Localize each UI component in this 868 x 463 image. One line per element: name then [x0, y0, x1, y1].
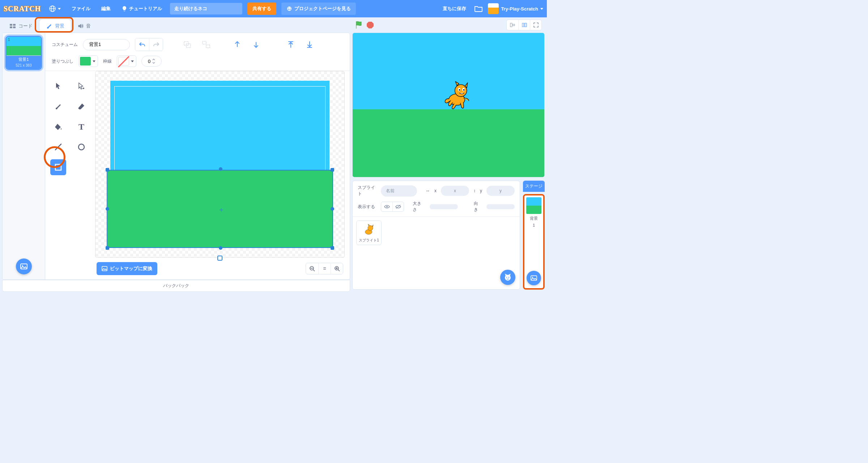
zoom-out-button[interactable] — [306, 263, 318, 274]
tab-code-label: コード — [18, 23, 33, 29]
eraser-tool[interactable] — [73, 98, 89, 114]
show-label: 表示する — [358, 204, 376, 210]
selection-handle-tc[interactable] — [219, 167, 222, 171]
selection-handle-bl[interactable] — [106, 246, 109, 250]
x-input[interactable]: x — [441, 186, 469, 196]
paint-editor-header: コスチューム — [45, 33, 350, 71]
eye-off-icon — [395, 204, 401, 209]
fullscreen-button[interactable] — [530, 20, 541, 30]
stage-header[interactable]: ステージ — [523, 181, 545, 192]
language-menu[interactable] — [46, 3, 64, 14]
undo-icon — [139, 42, 145, 47]
stop-button[interactable] — [367, 22, 374, 29]
hide-button[interactable] — [392, 202, 404, 211]
rotation-handle[interactable] — [217, 256, 222, 261]
avatar — [488, 3, 499, 14]
svg-rect-5 — [10, 26, 12, 28]
y-input[interactable]: y — [486, 186, 515, 196]
text-tool[interactable]: T — [73, 119, 89, 135]
green-flag-button[interactable] — [355, 21, 363, 29]
select-tool[interactable] — [50, 78, 66, 94]
brush-tool[interactable] — [50, 98, 66, 114]
scratch-cat-sprite[interactable] — [441, 79, 474, 112]
add-backdrop-stage-button[interactable] — [527, 271, 541, 285]
backdrop-list: 1 背景1 521 x 383 — [3, 33, 45, 279]
large-stage-button[interactable] — [518, 20, 530, 30]
costume-name-input[interactable] — [83, 39, 130, 50]
selection-handle-tl[interactable] — [106, 168, 109, 172]
outline-width-input[interactable]: 0 — [141, 56, 162, 67]
account-menu[interactable]: Try-Play-Scratch — [488, 3, 543, 14]
y-updown-icon: ↕ — [473, 188, 476, 193]
zoom-reset-button[interactable]: = — [318, 263, 331, 274]
reshape-tool[interactable] — [73, 78, 89, 94]
add-sprite-button[interactable] — [500, 270, 515, 285]
bitmap-btn-label: ビットマップに変換 — [110, 265, 152, 272]
cat-face-icon — [503, 273, 512, 282]
add-backdrop-button[interactable] — [16, 258, 32, 274]
size-input[interactable] — [430, 204, 458, 209]
outline-swatch — [118, 57, 129, 66]
svg-point-32 — [459, 89, 460, 91]
tutorials-button[interactable]: チュートリアル — [119, 3, 165, 14]
save-now-button[interactable]: 直ちに保存 — [440, 3, 469, 14]
scratch-logo[interactable]: SCRATCH — [4, 5, 41, 13]
front-button[interactable] — [284, 38, 298, 51]
sprite-tile-name: スプライト1 — [358, 238, 380, 243]
bucket-icon — [54, 123, 62, 130]
stage-selector: ステージ 背景 1 — [523, 181, 545, 290]
y-label: y — [480, 188, 482, 193]
svg-rect-6 — [13, 26, 16, 28]
selection-handle-ml[interactable] — [106, 207, 109, 211]
fill-color-picker[interactable] — [78, 55, 98, 67]
zoom-in-icon — [334, 266, 340, 272]
chevron-down-icon — [93, 60, 95, 62]
backdrop-thumb-dims: 521 x 383 — [7, 63, 41, 69]
sprite-tile-1[interactable]: スプライト1 — [356, 220, 382, 245]
selection-handle-tr[interactable] — [331, 168, 334, 172]
brush-tool-icon — [54, 102, 62, 110]
username-label: Try-Play-Scratch — [501, 6, 538, 12]
outline-color-picker[interactable] — [117, 55, 136, 67]
zoom-controls: = — [306, 263, 343, 274]
file-menu[interactable]: ファイル — [69, 3, 93, 14]
fill-tool[interactable] — [50, 119, 66, 135]
backdrop-thumbnail[interactable]: 1 背景1 521 x 383 — [5, 36, 42, 70]
convert-to-bitmap-button[interactable]: ビットマップに変換 — [97, 262, 157, 275]
show-button[interactable] — [381, 202, 392, 211]
group-button[interactable] — [180, 38, 194, 51]
selection-handle-mr[interactable] — [331, 207, 334, 211]
selection-handle-bc[interactable] — [219, 246, 222, 250]
zoom-out-icon — [309, 266, 315, 272]
zoom-in-button[interactable] — [331, 263, 343, 274]
mystuff-button[interactable] — [474, 5, 483, 12]
forward-button[interactable] — [230, 38, 244, 51]
sprite-name-input[interactable]: 名前 — [381, 185, 417, 197]
redo-button[interactable] — [149, 38, 163, 51]
ungroup-button[interactable] — [199, 38, 213, 51]
project-title-input[interactable]: 走り続けるネコ — [170, 3, 242, 14]
back-button[interactable] — [303, 38, 316, 51]
tab-code[interactable]: コード — [3, 19, 39, 33]
backward-button[interactable] — [249, 38, 263, 51]
stage[interactable] — [352, 33, 545, 177]
rect-tool[interactable] — [50, 159, 66, 175]
backdrop-thumb-preview: 1 — [7, 37, 41, 56]
direction-input[interactable] — [486, 204, 515, 209]
stage-thumbnail[interactable]: 背景 1 — [523, 194, 545, 290]
oval-tool[interactable] — [73, 139, 89, 155]
selection-handle-br[interactable] — [331, 246, 334, 250]
line-tool[interactable] — [50, 139, 66, 155]
backpack-toggle[interactable]: バックパック — [2, 280, 350, 292]
paint-canvas[interactable]: ＋ — [95, 71, 345, 258]
tab-sounds[interactable]: 音 — [71, 19, 97, 33]
small-stage-button[interactable] — [507, 20, 518, 30]
share-button[interactable]: 共有する — [247, 3, 276, 15]
brush-icon — [46, 23, 52, 29]
undo-button[interactable] — [135, 38, 149, 51]
stage-grass — [353, 109, 544, 177]
tab-backdrops[interactable]: 背景 — [39, 19, 71, 33]
edit-menu[interactable]: 編集 — [98, 3, 114, 14]
backward-icon — [253, 41, 259, 48]
see-project-page-button[interactable]: プロジェクトページを見る — [281, 3, 356, 15]
